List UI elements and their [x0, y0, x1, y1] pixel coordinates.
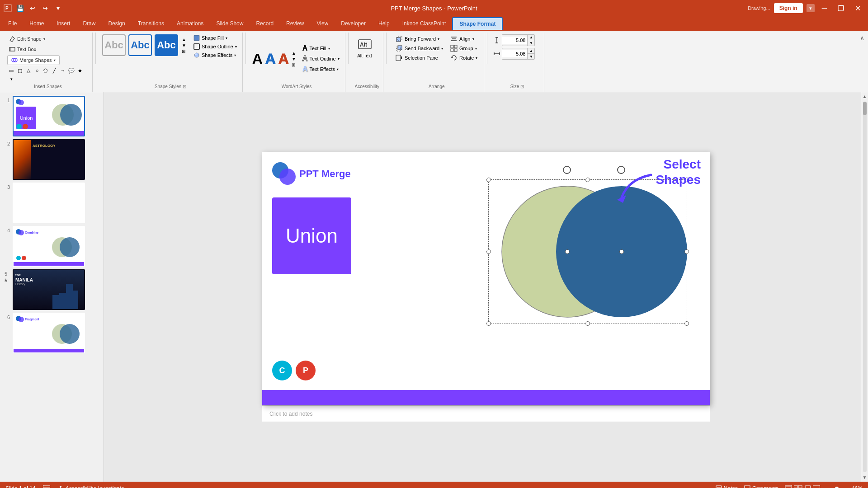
arrow-shape[interactable]: →	[59, 66, 67, 75]
handle-bm[interactable]	[585, 321, 590, 326]
handle-ml[interactable]	[486, 249, 491, 254]
width-down[interactable]: ▼	[527, 54, 534, 59]
scroll-down-arrow[interactable]: ▼	[862, 474, 868, 481]
tab-developer[interactable]: Developer	[335, 18, 372, 29]
save-button[interactable]: 💾	[14, 3, 25, 14]
wordart-a-black[interactable]: A	[252, 51, 263, 67]
tab-view[interactable]: View	[310, 18, 335, 29]
slide-preview-1[interactable]: Union	[13, 96, 85, 136]
slide-preview-2[interactable]: ASTROLOGY	[13, 139, 85, 180]
tab-home[interactable]: Home	[23, 18, 50, 29]
slide-sorter-icon[interactable]	[794, 485, 803, 488]
align-button[interactable]: Align ▾	[448, 34, 480, 43]
slide-preview-4[interactable]: Combine	[13, 226, 85, 267]
selection-pane-button[interactable]: Selection Pane	[393, 53, 446, 62]
presenter-view-icon[interactable]	[813, 485, 820, 488]
tab-help[interactable]: Help	[372, 18, 396, 29]
tab-slideshow[interactable]: Slide Show	[210, 18, 250, 29]
comments-button[interactable]: Comments	[744, 485, 778, 488]
slide-canvas[interactable]: PPT Merge Union C P	[262, 152, 710, 405]
size-expand[interactable]: ⊡	[520, 84, 524, 89]
slide-thumb-5[interactable]: 5★ the MANILA History	[2, 269, 102, 310]
handle-tl[interactable]	[486, 178, 491, 182]
slide-thumb-4[interactable]: 4 Combine	[2, 226, 102, 267]
pentagon-shape[interactable]: ⬠	[42, 66, 50, 75]
restore-button[interactable]: ❐	[834, 3, 848, 14]
text-outline-button[interactable]: A Text Outline ▾	[301, 54, 341, 63]
scroll-thumb[interactable]	[863, 102, 867, 115]
handle-c1[interactable]	[565, 249, 570, 254]
shape-styles-expand[interactable]: ⊡	[183, 84, 186, 89]
redo-button[interactable]: ↪	[40, 3, 51, 14]
tab-draw[interactable]: Draw	[76, 18, 102, 29]
alt-text-button[interactable]: Alt Alt Text	[355, 34, 375, 60]
group-button[interactable]: Group ▾	[448, 44, 480, 53]
wordart-up[interactable]: ▲	[292, 51, 296, 56]
height-input[interactable]: 5.08	[502, 37, 527, 44]
normal-view-icon[interactable]	[785, 485, 792, 488]
wordart-down[interactable]: ▼	[292, 56, 296, 61]
tab-file[interactable]: File	[2, 18, 23, 29]
slide-thumb-3[interactable]: 3	[2, 183, 102, 223]
height-down[interactable]: ▼	[527, 40, 534, 46]
more-shapes[interactable]: ▾	[7, 75, 15, 83]
star-shape[interactable]: ★	[76, 66, 84, 75]
classpoint-p-icon[interactable]: P	[296, 361, 316, 380]
slide-layout-icon[interactable]	[43, 485, 50, 488]
width-up[interactable]: ▲	[527, 48, 534, 54]
reading-view-icon[interactable]	[805, 485, 811, 488]
styles-expand[interactable]: ⊞	[182, 49, 186, 54]
vertical-scrollbar[interactable]: ▲ ▼	[861, 92, 868, 482]
edit-shape-button[interactable]: Edit Shape ▾	[7, 34, 47, 43]
slide-preview-6[interactable]: Fragment	[13, 313, 85, 353]
shape-style-3[interactable]: Abc	[155, 34, 178, 56]
text-fill-button[interactable]: A Text Fill ▾	[301, 44, 341, 53]
shape-style-2[interactable]: Abc	[128, 34, 152, 56]
ribbon-display-button[interactable]: ▾	[807, 4, 815, 12]
tab-insert[interactable]: Insert	[50, 18, 76, 29]
merge-shapes-button[interactable]: Merge Shapes ▾	[7, 55, 60, 65]
text-box-button[interactable]: Text Box	[7, 45, 38, 54]
slide-thumb-2[interactable]: 2 ASTROLOGY	[2, 139, 102, 180]
tab-design[interactable]: Design	[102, 18, 131, 29]
tab-shapeformat[interactable]: Shape Format	[452, 17, 503, 30]
callout-shape[interactable]: 💬	[67, 66, 75, 75]
slide-preview-5[interactable]: the MANILA History	[13, 269, 85, 310]
handle-c2[interactable]	[619, 249, 624, 254]
shape-outline-button[interactable]: Shape Outline ▾	[192, 43, 239, 50]
wordart-a-blue[interactable]: A	[265, 51, 276, 67]
rounded-rect-shape[interactable]: ▢	[16, 66, 24, 75]
text-effects-button[interactable]: A Text Effects ▾	[301, 65, 341, 74]
accessibility-button[interactable]: Accessibility: Investigate	[57, 485, 124, 488]
slide-thumb-1[interactable]: 1 Union	[2, 96, 102, 136]
bring-forward-button[interactable]: Bring Forward ▾	[393, 34, 446, 43]
classpoint-c-icon[interactable]: C	[272, 361, 292, 380]
tab-inknoe[interactable]: Inknoe ClassPoint	[396, 18, 453, 29]
slide-panel[interactable]: 1 Union	[0, 92, 104, 482]
styles-down[interactable]: ▼	[182, 43, 186, 48]
shape-style-1[interactable]: Abc	[102, 34, 126, 56]
minimize-button[interactable]: ─	[818, 3, 830, 13]
handle-mr[interactable]	[684, 249, 689, 254]
slide-preview-3[interactable]	[13, 183, 85, 223]
customize-button[interactable]: ▾	[52, 3, 63, 14]
notes-button[interactable]: Notes	[716, 485, 738, 488]
send-backward-button[interactable]: Send Backward ▾	[393, 44, 446, 53]
handle-bl[interactable]	[486, 321, 491, 326]
width-input[interactable]: 5.08	[502, 50, 527, 57]
height-up[interactable]: ▲	[527, 35, 534, 40]
shape-effects-button[interactable]: Shape Effects ▾	[192, 52, 239, 59]
union-box[interactable]: Union	[272, 197, 351, 274]
wordart-a-red[interactable]: A	[278, 51, 289, 67]
handle-tm[interactable]	[585, 178, 590, 182]
rotate-handle-1[interactable]	[563, 166, 571, 174]
notes-area[interactable]: Click to add notes	[262, 405, 710, 422]
wordart-expand[interactable]: ⊞	[292, 62, 296, 67]
tab-record[interactable]: Record	[250, 18, 280, 29]
slide-thumb-6[interactable]: 6 Fragment	[2, 313, 102, 353]
rotate-button[interactable]: Rotate ▾	[448, 53, 480, 62]
triangle-shape[interactable]: △	[24, 66, 33, 75]
canvas-area[interactable]: PPT Merge Union C P	[104, 92, 868, 482]
tab-animations[interactable]: Animations	[170, 18, 210, 29]
tab-transitions[interactable]: Transitions	[132, 18, 170, 29]
